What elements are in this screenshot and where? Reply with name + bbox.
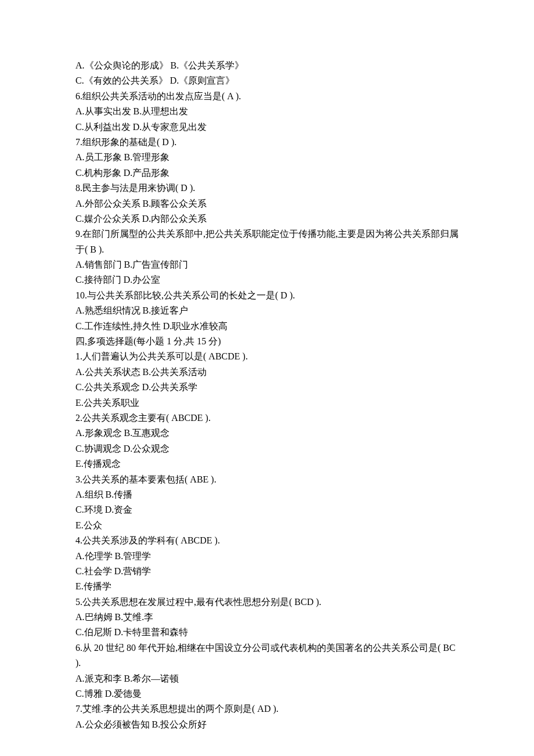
- text-line: C.伯尼斯 D.卡特里普和森特: [75, 625, 459, 640]
- text-line: 3.公共关系的基本要素包括( ABE ).: [75, 472, 459, 487]
- text-line: 7.组织形象的基础是( D ).: [75, 135, 459, 150]
- text-line: C.博雅 D.爱德曼: [75, 686, 459, 701]
- text-line: C.媒介公众关系 D.内部公众关系: [75, 211, 459, 226]
- text-line: E.传播学: [75, 579, 459, 594]
- text-line: C.机构形象 D.产品形象: [75, 165, 459, 181]
- text-line: A.外部公众关系 B.顾客公众关系: [75, 196, 459, 211]
- text-line: E.传播观念: [75, 456, 459, 471]
- text-line: C.环境 D.资金: [75, 502, 459, 517]
- text-line: C.公共关系观念 D.公共关系学: [75, 380, 459, 395]
- text-line: A.公众必须被告知 B.投公众所好: [75, 717, 459, 732]
- text-line: C.社会学 D.营销学: [75, 564, 459, 579]
- text-line: A.《公众舆论的形成》 B.《公共关系学》: [75, 58, 459, 73]
- document-content: A.《公众舆论的形成》 B.《公共关系学》C.《有效的公共关系》 D.《原则宣言…: [75, 58, 459, 732]
- text-line: E.公众: [75, 518, 459, 533]
- text-line: 10.与公共关系部比较,公共关系公司的长处之一是( D ).: [75, 288, 459, 303]
- text-line: A.组织 B.传播: [75, 487, 459, 502]
- text-line: 6.从 20 世纪 80 年代开始,相继在中国设立分公司或代表机构的美国著名的公…: [75, 640, 459, 671]
- text-line: 四,多项选择题(每小题 1 分,共 15 分): [75, 334, 459, 349]
- text-line: A.派克和李 B.希尔—诺顿: [75, 671, 459, 686]
- text-line: 7.艾维.李的公共关系思想提出的两个原则是( AD ).: [75, 701, 459, 717]
- text-line: C.工作连续性,持久性 D.职业水准较高: [75, 319, 459, 334]
- text-line: C.接待部门 D.办公室: [75, 272, 459, 287]
- text-line: A.员工形象 B.管理形象: [75, 150, 459, 165]
- text-line: C.《有效的公共关系》 D.《原则宣言》: [75, 73, 459, 88]
- text-line: A.伦理学 B.管理学: [75, 549, 459, 564]
- document-page: A.《公众舆论的形成》 B.《公共关系学》C.《有效的公共关系》 D.《原则宣言…: [0, 0, 534, 756]
- text-line: 9.在部门所属型的公共关系部中,把公共关系职能定位于传播功能,主要是因为将公共关…: [75, 226, 459, 257]
- text-line: 4.公共关系涉及的学科有( ABCDE ).: [75, 533, 459, 548]
- text-line: A.公共关系状态 B.公共关系活动: [75, 365, 459, 380]
- text-line: 5.公共关系思想在发展过程中,最有代表性思想分别是( BCD ).: [75, 595, 459, 610]
- text-line: C.从利益出发 D.从专家意见出发: [75, 120, 459, 135]
- text-line: 1.人们普遍认为公共关系可以是( ABCDE ).: [75, 349, 459, 364]
- text-line: A.巴纳姆 B.艾维.李: [75, 610, 459, 625]
- text-line: 2.公共关系观念主要有( ABCDE ).: [75, 411, 459, 426]
- text-line: A.销售部门 B.广告宣传部门: [75, 257, 459, 272]
- text-line: 8.民主参与法是用来协调( D ).: [75, 181, 459, 196]
- text-line: 6.组织公共关系活动的出发点应当是( A ).: [75, 89, 459, 104]
- text-line: A.形象观念 B.互惠观念: [75, 426, 459, 441]
- text-line: A.熟悉组织情况 B.接近客户: [75, 303, 459, 318]
- text-line: A.从事实出发 B.从理想出发: [75, 104, 459, 119]
- text-line: C.协调观念 D.公众观念: [75, 441, 459, 456]
- text-line: E.公共关系职业: [75, 395, 459, 411]
